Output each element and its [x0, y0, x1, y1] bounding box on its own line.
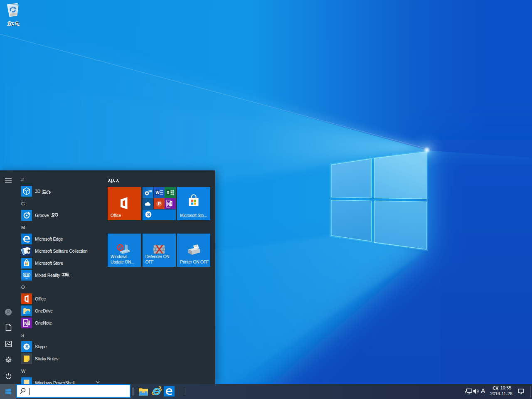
svg-text:P: P: [158, 201, 160, 206]
svg-text:X: X: [167, 190, 170, 195]
svg-text:N: N: [24, 320, 27, 325]
svg-text:S: S: [147, 212, 150, 217]
svg-text:S: S: [25, 345, 29, 350]
svg-text:N: N: [167, 201, 170, 206]
svg-text:W: W: [155, 190, 160, 195]
